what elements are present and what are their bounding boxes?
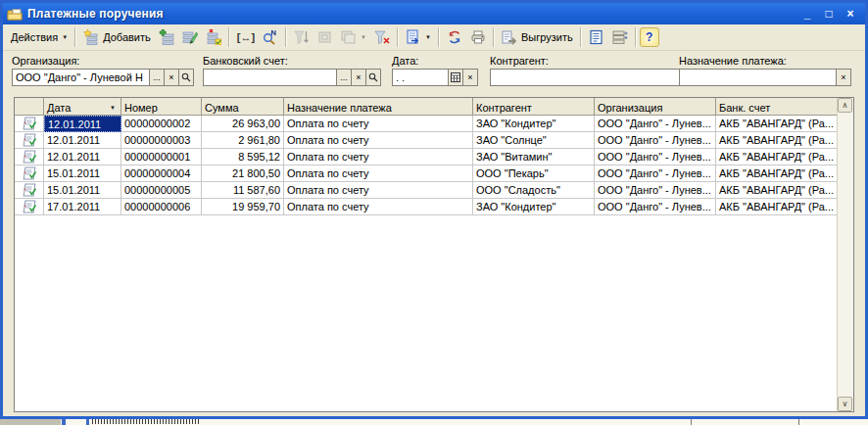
header-icon-column[interactable] <box>15 98 44 116</box>
actions-menu-button[interactable]: Действия ▼ <box>7 29 72 45</box>
table-settings-button[interactable] <box>608 27 632 47</box>
filter-sort-button[interactable] <box>290 27 313 47</box>
print-button[interactable] <box>466 27 490 47</box>
scroll-up-button[interactable]: ∧ <box>838 98 852 113</box>
header-organization[interactable]: Организация <box>595 98 716 116</box>
copy-button[interactable] <box>155 27 178 47</box>
header-bank-account[interactable]: Банк. счет <box>716 98 839 116</box>
go-to-button[interactable]: ▼ <box>402 27 435 47</box>
cell-purpose[interactable]: Оплата по счету <box>284 199 473 215</box>
cell-bank-account[interactable]: АКБ "АВАНГАРД" (Ра... <box>716 149 839 165</box>
find-by-number-button[interactable] <box>259 27 282 47</box>
column-width-button[interactable]: [↔] <box>233 29 259 45</box>
bank-account-open-button[interactable] <box>365 69 381 86</box>
help-button[interactable]: ? <box>640 27 659 47</box>
table-settings-icon <box>612 29 628 45</box>
organization-open-button[interactable] <box>178 69 194 86</box>
cell-counterparty[interactable]: ЗАО "Солнце" <box>473 132 595 149</box>
cell-bank-account[interactable]: АКБ "АВАНГАРД" (Ра... <box>716 116 839 132</box>
cell-sum[interactable]: 19 959,70 <box>202 199 284 215</box>
cell-purpose[interactable]: Оплата по счету <box>284 182 473 199</box>
cell-bank-account[interactable]: АКБ "АВАНГАРД" (Ра... <box>716 182 839 199</box>
cell-organization[interactable]: ООО "Данго" - Лунев... <box>595 116 716 132</box>
cell-bank-account[interactable]: АКБ "АВАНГАРД" (Ра... <box>716 132 839 149</box>
cell-number[interactable]: 00000000004 <box>121 165 202 182</box>
cell-sum[interactable]: 26 963,00 <box>202 116 284 132</box>
header-number[interactable]: Номер <box>121 98 202 116</box>
document-posted-icon[interactable] <box>15 149 44 165</box>
export-button[interactable]: Выгрузить <box>498 27 577 47</box>
cell-sum[interactable]: 11 587,60 <box>202 182 284 199</box>
cell-purpose[interactable]: Оплата по счету <box>284 165 473 182</box>
table-row: 12.01.2011 00000000002 26 963,00 Оплата … <box>15 116 839 132</box>
minimize-button[interactable]: _ <box>800 7 814 21</box>
cell-purpose[interactable]: Оплата по счету <box>284 132 473 149</box>
filter-by-value-button[interactable] <box>313 27 337 47</box>
cell-sum[interactable]: 2 961,80 <box>202 132 284 149</box>
payment-purpose-filter: × <box>679 69 851 86</box>
date-calendar-button[interactable] <box>448 69 463 86</box>
titlebar[interactable]: Платежные поручения _ □ × <box>3 3 865 24</box>
delete-button[interactable] <box>202 27 225 47</box>
cell-counterparty[interactable]: ЗАО "Кондитер" <box>473 116 595 132</box>
counterparty-filter-input[interactable] <box>490 69 693 86</box>
document-posted-icon[interactable] <box>15 132 44 149</box>
cell-organization[interactable]: ООО "Данго" - Лунев... <box>595 149 716 165</box>
payment-purpose-filter-input[interactable] <box>679 69 837 86</box>
cell-organization[interactable]: ООО "Данго" - Лунев... <box>595 182 716 199</box>
edit-button[interactable] <box>178 27 202 47</box>
cell-number[interactable]: 00000000003 <box>121 132 202 149</box>
background-block <box>0 419 61 425</box>
date-clear-button[interactable]: × <box>462 69 478 86</box>
cell-sum[interactable]: 8 595,12 <box>202 149 284 165</box>
payment-purpose-clear-button[interactable]: × <box>836 69 851 86</box>
document-posted-icon[interactable] <box>15 116 44 132</box>
scroll-down-button[interactable]: ∨ <box>838 397 852 411</box>
cell-counterparty[interactable]: ООО "Сладость" <box>473 182 595 199</box>
bank-account-clear-button[interactable]: × <box>351 69 366 86</box>
cell-organization[interactable]: ООО "Данго" - Лунев... <box>595 132 716 149</box>
clear-filter-button[interactable] <box>370 27 394 47</box>
cell-date[interactable]: 12.01.2011 <box>44 116 121 132</box>
cell-number[interactable]: 00000000005 <box>121 182 202 199</box>
cell-bank-account[interactable]: АКБ "АВАНГАРД" (Ра... <box>716 165 839 182</box>
cell-purpose[interactable]: Оплата по счету <box>284 149 473 165</box>
header-purpose[interactable]: Назначение платежа <box>284 98 473 116</box>
organization-choose-button[interactable]: ... <box>149 69 165 86</box>
cell-date[interactable]: 12.01.2011 <box>44 149 121 165</box>
maximize-button[interactable]: □ <box>822 7 836 21</box>
header-counterparty[interactable]: Контрагент <box>473 98 595 116</box>
document-posted-icon[interactable] <box>15 182 44 199</box>
cell-counterparty[interactable]: ЗАО "Витамин" <box>473 149 595 165</box>
organization-filter-input[interactable]: ООО "Данго" - Луневой Н <box>12 69 150 86</box>
bank-account-choose-button[interactable]: ... <box>336 69 352 86</box>
toolbar-separator <box>228 27 230 47</box>
cell-counterparty[interactable]: ЗАО "Кондитер" <box>473 199 595 215</box>
cell-bank-account[interactable]: АКБ "АВАНГАРД" (Ра... <box>716 199 839 215</box>
cell-organization[interactable]: ООО "Данго" - Лунев... <box>595 199 716 215</box>
cell-number[interactable]: 00000000006 <box>121 199 202 215</box>
cell-date[interactable]: 12.01.2011 <box>44 132 121 149</box>
header-date[interactable]: Дата ▼ <box>44 98 121 116</box>
add-button[interactable]: Добавить <box>79 27 155 47</box>
header-sum[interactable]: Сумма <box>202 98 284 116</box>
close-button[interactable]: × <box>844 7 857 21</box>
cell-counterparty[interactable]: ООО "Пекарь" <box>473 165 595 182</box>
cell-organization[interactable]: ООО "Данго" - Лунев... <box>595 165 716 182</box>
refresh-button[interactable] <box>443 27 466 47</box>
cell-number[interactable]: 00000000002 <box>121 116 202 132</box>
cell-purpose[interactable]: Оплата по счету <box>284 116 473 132</box>
list-settings-button[interactable] <box>585 27 608 47</box>
cell-date[interactable]: 17.01.2011 <box>44 199 121 215</box>
vertical-scrollbar[interactable]: ∧ ∨ <box>837 98 853 411</box>
cell-date[interactable]: 15.01.2011 <box>44 182 121 199</box>
date-filter-input[interactable]: . . <box>392 69 449 86</box>
filter-history-button[interactable]: ▼ <box>337 27 370 47</box>
bank-account-filter-input[interactable] <box>203 69 337 86</box>
document-posted-icon[interactable] <box>15 165 44 182</box>
organization-clear-button[interactable]: × <box>164 69 179 86</box>
cell-sum[interactable]: 21 800,50 <box>202 165 284 182</box>
document-posted-icon[interactable] <box>15 199 44 215</box>
cell-number[interactable]: 00000000001 <box>121 149 202 165</box>
cell-date[interactable]: 15.01.2011 <box>44 165 121 182</box>
